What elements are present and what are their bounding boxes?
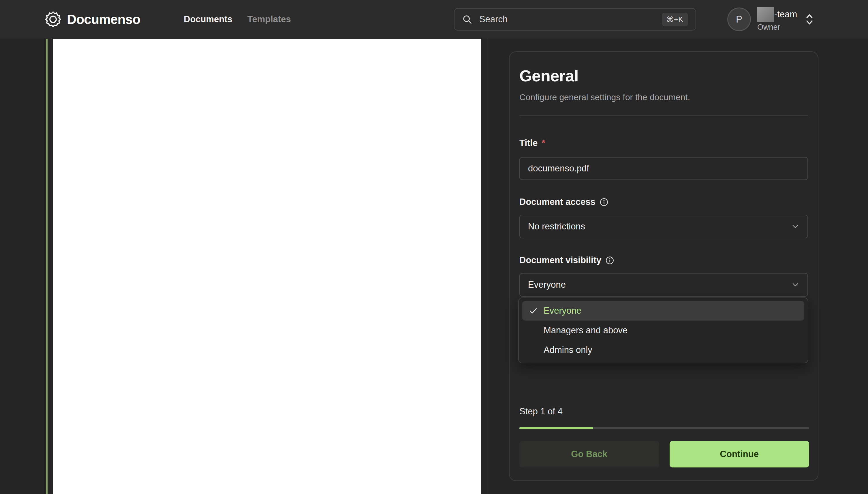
avatar: P: [727, 7, 751, 31]
step-indicator: Step 1 of 4: [519, 406, 563, 417]
search-icon: [462, 14, 472, 24]
required-asterisk: *: [541, 138, 545, 148]
info-icon[interactable]: [599, 198, 609, 207]
chevron-down-icon: [791, 280, 800, 289]
title-input[interactable]: [519, 157, 808, 180]
search-shortcut-badge: ⌘+K: [662, 13, 688, 26]
footer-buttons: Go Back Continue: [519, 441, 809, 468]
team-name-redacted: [757, 7, 774, 22]
progress-bar: [519, 427, 809, 429]
documenso-logo-icon: [45, 11, 61, 27]
team-name: -team: [757, 7, 797, 22]
card-divider: [519, 115, 808, 116]
viewer-accent-line: [46, 39, 47, 494]
dropdown-option-admins[interactable]: Admins only: [522, 340, 804, 360]
document-access-label: Document access: [519, 197, 808, 207]
title-field-label: Title *: [519, 138, 808, 148]
brand-name: Documenso: [67, 12, 140, 27]
search-box[interactable]: ⌘+K: [454, 8, 696, 31]
nav-links: Documents Templates: [184, 0, 291, 39]
chevrons-up-down-icon: [803, 13, 815, 26]
progress-fill: [519, 427, 593, 429]
document-access-select[interactable]: No restrictions: [519, 215, 808, 238]
brand-home-link[interactable]: Documenso: [45, 0, 140, 39]
dropdown-option-managers[interactable]: Managers and above: [522, 321, 804, 340]
pdf-page-preview: [53, 39, 481, 494]
nav-link-documents[interactable]: Documents: [184, 14, 233, 24]
search-input[interactable]: [479, 14, 655, 24]
go-back-button[interactable]: Go Back: [519, 441, 659, 468]
document-visibility-select[interactable]: Everyone: [519, 273, 808, 297]
check-icon: [529, 306, 538, 316]
chevron-down-icon: [791, 222, 800, 231]
viewer-panel-divider: [487, 39, 487, 494]
nav-link-templates[interactable]: Templates: [248, 14, 291, 24]
account-role: Owner: [757, 23, 797, 32]
visibility-dropdown-menu: Everyone Managers and above Admins only: [518, 298, 808, 363]
account-menu-trigger[interactable]: P -team Owner: [727, 0, 815, 39]
info-icon[interactable]: [605, 256, 614, 265]
account-meta: -team Owner: [757, 7, 797, 32]
card-title: General: [519, 67, 808, 85]
dropdown-option-everyone[interactable]: Everyone: [522, 301, 804, 321]
top-nav: Documenso Documents Templates ⌘+K P -tea…: [0, 0, 868, 39]
card-description: Configure general settings for the docum…: [519, 92, 808, 102]
general-settings-card: General Configure general settings for t…: [509, 51, 818, 481]
document-visibility-label: Document visibility: [519, 255, 808, 265]
continue-button[interactable]: Continue: [670, 441, 809, 468]
